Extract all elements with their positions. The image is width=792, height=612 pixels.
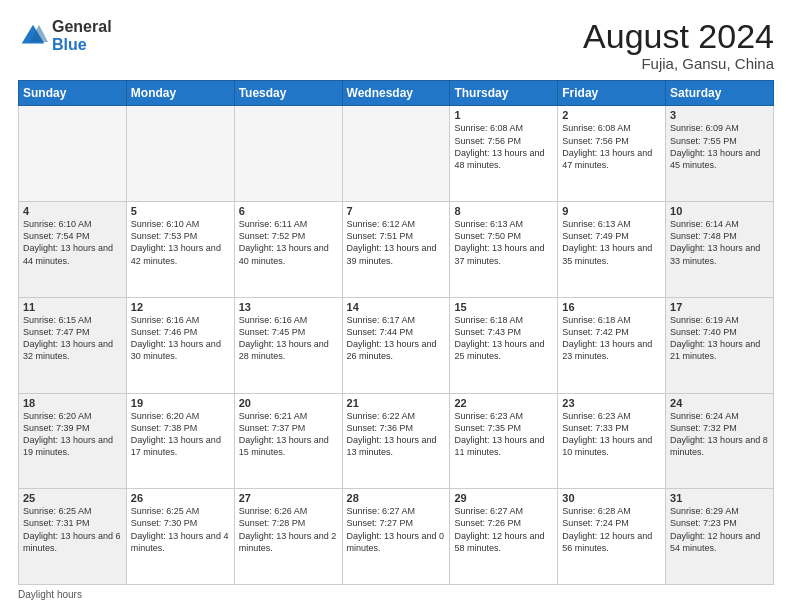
day-info: Sunrise: 6:13 AM Sunset: 7:50 PM Dayligh… xyxy=(454,218,553,267)
table-row xyxy=(234,106,342,202)
table-row: 3Sunrise: 6:09 AM Sunset: 7:55 PM Daylig… xyxy=(666,106,774,202)
day-info: Sunrise: 6:10 AM Sunset: 7:54 PM Dayligh… xyxy=(23,218,122,267)
table-row: 21Sunrise: 6:22 AM Sunset: 7:36 PM Dayli… xyxy=(342,393,450,489)
col-header-tuesday: Tuesday xyxy=(234,81,342,106)
day-info: Sunrise: 6:24 AM Sunset: 7:32 PM Dayligh… xyxy=(670,410,769,459)
day-number: 20 xyxy=(239,397,338,409)
day-number: 9 xyxy=(562,205,661,217)
logo-blue-text: Blue xyxy=(52,36,112,54)
table-row: 27Sunrise: 6:26 AM Sunset: 7:28 PM Dayli… xyxy=(234,489,342,585)
calendar-week-3: 11Sunrise: 6:15 AM Sunset: 7:47 PM Dayli… xyxy=(19,297,774,393)
table-row: 14Sunrise: 6:17 AM Sunset: 7:44 PM Dayli… xyxy=(342,297,450,393)
table-row: 5Sunrise: 6:10 AM Sunset: 7:53 PM Daylig… xyxy=(126,202,234,298)
table-row: 18Sunrise: 6:20 AM Sunset: 7:39 PM Dayli… xyxy=(19,393,127,489)
table-row: 31Sunrise: 6:29 AM Sunset: 7:23 PM Dayli… xyxy=(666,489,774,585)
table-row: 11Sunrise: 6:15 AM Sunset: 7:47 PM Dayli… xyxy=(19,297,127,393)
day-info: Sunrise: 6:18 AM Sunset: 7:42 PM Dayligh… xyxy=(562,314,661,363)
day-number: 29 xyxy=(454,492,553,504)
day-number: 27 xyxy=(239,492,338,504)
day-info: Sunrise: 6:08 AM Sunset: 7:56 PM Dayligh… xyxy=(562,122,661,171)
day-info: Sunrise: 6:13 AM Sunset: 7:49 PM Dayligh… xyxy=(562,218,661,267)
day-info: Sunrise: 6:11 AM Sunset: 7:52 PM Dayligh… xyxy=(239,218,338,267)
table-row: 4Sunrise: 6:10 AM Sunset: 7:54 PM Daylig… xyxy=(19,202,127,298)
logo-text: General Blue xyxy=(52,18,112,53)
table-row: 1Sunrise: 6:08 AM Sunset: 7:56 PM Daylig… xyxy=(450,106,558,202)
daylight-hours-label: Daylight hours xyxy=(18,589,82,600)
day-number: 5 xyxy=(131,205,230,217)
col-header-monday: Monday xyxy=(126,81,234,106)
logo: General Blue xyxy=(18,18,112,53)
day-info: Sunrise: 6:09 AM Sunset: 7:55 PM Dayligh… xyxy=(670,122,769,171)
table-row: 13Sunrise: 6:16 AM Sunset: 7:45 PM Dayli… xyxy=(234,297,342,393)
table-row: 19Sunrise: 6:20 AM Sunset: 7:38 PM Dayli… xyxy=(126,393,234,489)
table-row: 7Sunrise: 6:12 AM Sunset: 7:51 PM Daylig… xyxy=(342,202,450,298)
day-info: Sunrise: 6:10 AM Sunset: 7:53 PM Dayligh… xyxy=(131,218,230,267)
calendar-week-1: 1Sunrise: 6:08 AM Sunset: 7:56 PM Daylig… xyxy=(19,106,774,202)
calendar-week-2: 4Sunrise: 6:10 AM Sunset: 7:54 PM Daylig… xyxy=(19,202,774,298)
col-header-saturday: Saturday xyxy=(666,81,774,106)
day-number: 8 xyxy=(454,205,553,217)
table-row: 20Sunrise: 6:21 AM Sunset: 7:37 PM Dayli… xyxy=(234,393,342,489)
table-row: 28Sunrise: 6:27 AM Sunset: 7:27 PM Dayli… xyxy=(342,489,450,585)
table-row: 10Sunrise: 6:14 AM Sunset: 7:48 PM Dayli… xyxy=(666,202,774,298)
day-info: Sunrise: 6:08 AM Sunset: 7:56 PM Dayligh… xyxy=(454,122,553,171)
day-info: Sunrise: 6:12 AM Sunset: 7:51 PM Dayligh… xyxy=(347,218,446,267)
table-row: 22Sunrise: 6:23 AM Sunset: 7:35 PM Dayli… xyxy=(450,393,558,489)
table-row: 23Sunrise: 6:23 AM Sunset: 7:33 PM Dayli… xyxy=(558,393,666,489)
day-number: 23 xyxy=(562,397,661,409)
table-row: 2Sunrise: 6:08 AM Sunset: 7:56 PM Daylig… xyxy=(558,106,666,202)
day-number: 21 xyxy=(347,397,446,409)
table-row: 26Sunrise: 6:25 AM Sunset: 7:30 PM Dayli… xyxy=(126,489,234,585)
day-info: Sunrise: 6:18 AM Sunset: 7:43 PM Dayligh… xyxy=(454,314,553,363)
day-number: 12 xyxy=(131,301,230,313)
day-number: 18 xyxy=(23,397,122,409)
day-info: Sunrise: 6:19 AM Sunset: 7:40 PM Dayligh… xyxy=(670,314,769,363)
header: General Blue August 2024 Fujia, Gansu, C… xyxy=(18,18,774,72)
day-number: 7 xyxy=(347,205,446,217)
day-number: 11 xyxy=(23,301,122,313)
table-row: 25Sunrise: 6:25 AM Sunset: 7:31 PM Dayli… xyxy=(19,489,127,585)
table-row: 30Sunrise: 6:28 AM Sunset: 7:24 PM Dayli… xyxy=(558,489,666,585)
day-number: 24 xyxy=(670,397,769,409)
main-title: August 2024 xyxy=(583,18,774,55)
day-info: Sunrise: 6:25 AM Sunset: 7:31 PM Dayligh… xyxy=(23,505,122,554)
day-number: 30 xyxy=(562,492,661,504)
table-row: 15Sunrise: 6:18 AM Sunset: 7:43 PM Dayli… xyxy=(450,297,558,393)
calendar-week-4: 18Sunrise: 6:20 AM Sunset: 7:39 PM Dayli… xyxy=(19,393,774,489)
table-row xyxy=(19,106,127,202)
day-number: 31 xyxy=(670,492,769,504)
day-info: Sunrise: 6:14 AM Sunset: 7:48 PM Dayligh… xyxy=(670,218,769,267)
day-info: Sunrise: 6:20 AM Sunset: 7:39 PM Dayligh… xyxy=(23,410,122,459)
table-row: 16Sunrise: 6:18 AM Sunset: 7:42 PM Dayli… xyxy=(558,297,666,393)
day-info: Sunrise: 6:28 AM Sunset: 7:24 PM Dayligh… xyxy=(562,505,661,554)
day-info: Sunrise: 6:16 AM Sunset: 7:45 PM Dayligh… xyxy=(239,314,338,363)
table-row xyxy=(126,106,234,202)
table-row: 6Sunrise: 6:11 AM Sunset: 7:52 PM Daylig… xyxy=(234,202,342,298)
day-number: 2 xyxy=(562,109,661,121)
calendar-week-5: 25Sunrise: 6:25 AM Sunset: 7:31 PM Dayli… xyxy=(19,489,774,585)
day-number: 17 xyxy=(670,301,769,313)
day-number: 3 xyxy=(670,109,769,121)
day-number: 26 xyxy=(131,492,230,504)
table-row: 8Sunrise: 6:13 AM Sunset: 7:50 PM Daylig… xyxy=(450,202,558,298)
title-block: August 2024 Fujia, Gansu, China xyxy=(583,18,774,72)
footer-note: Daylight hours xyxy=(18,589,774,600)
table-row: 12Sunrise: 6:16 AM Sunset: 7:46 PM Dayli… xyxy=(126,297,234,393)
day-number: 25 xyxy=(23,492,122,504)
table-row: 9Sunrise: 6:13 AM Sunset: 7:49 PM Daylig… xyxy=(558,202,666,298)
day-info: Sunrise: 6:17 AM Sunset: 7:44 PM Dayligh… xyxy=(347,314,446,363)
day-number: 28 xyxy=(347,492,446,504)
table-row: 24Sunrise: 6:24 AM Sunset: 7:32 PM Dayli… xyxy=(666,393,774,489)
day-info: Sunrise: 6:21 AM Sunset: 7:37 PM Dayligh… xyxy=(239,410,338,459)
col-header-friday: Friday xyxy=(558,81,666,106)
day-number: 19 xyxy=(131,397,230,409)
day-info: Sunrise: 6:22 AM Sunset: 7:36 PM Dayligh… xyxy=(347,410,446,459)
day-info: Sunrise: 6:23 AM Sunset: 7:35 PM Dayligh… xyxy=(454,410,553,459)
day-number: 1 xyxy=(454,109,553,121)
day-number: 16 xyxy=(562,301,661,313)
logo-general-text: General xyxy=(52,18,112,36)
table-row xyxy=(342,106,450,202)
day-number: 4 xyxy=(23,205,122,217)
day-info: Sunrise: 6:26 AM Sunset: 7:28 PM Dayligh… xyxy=(239,505,338,554)
table-row: 17Sunrise: 6:19 AM Sunset: 7:40 PM Dayli… xyxy=(666,297,774,393)
